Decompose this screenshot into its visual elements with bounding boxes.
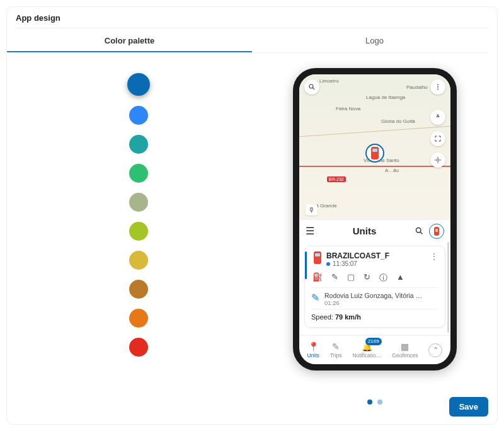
mic-button[interactable]: 🎙 [306, 204, 318, 216]
locate-button[interactable] [430, 152, 445, 168]
map-place-label: Feira Nova [336, 106, 360, 112]
fuel-icon[interactable]: ⛽ [312, 272, 323, 284]
route-icon[interactable]: ✎ [331, 272, 338, 284]
save-button[interactable]: Save [449, 397, 488, 417]
section-title: App design [7, 13, 497, 28]
vehicle-pin[interactable] [365, 144, 384, 163]
svg-point-2 [437, 84, 438, 86]
trip-icon: ✎ [311, 292, 319, 306]
phone-preview-area: BR-232 LimoeiroPaudalhoLagoa de ItaengaF… [261, 68, 488, 387]
color-swatch[interactable] [129, 251, 148, 270]
svg-point-5 [437, 159, 439, 161]
color-swatch[interactable] [129, 135, 148, 154]
cube-icon[interactable]: ▢ [347, 272, 355, 284]
map-place-label: A…ão [385, 168, 399, 173]
svg-point-6 [416, 228, 421, 233]
locate-icon [434, 156, 442, 164]
carousel-pager [367, 399, 382, 405]
fullscreen-icon [434, 135, 442, 142]
color-swatch-list [16, 68, 261, 387]
unit-card[interactable]: BRAZILCOAST_F 11:35:07 ⋮ ⛽ ✎ ▢ ↻ ⓘ ▲ [304, 246, 445, 328]
trip-time: 01:26 [324, 299, 422, 306]
speed-row: Speed: 79 km/h [311, 309, 438, 321]
color-swatch[interactable] [129, 193, 148, 212]
road-badge: BR-232 [327, 176, 346, 182]
status-dot-icon [326, 262, 330, 266]
trip-address: Rodovia Luiz Gonzaga, Vitória … [324, 292, 422, 299]
search-icon [415, 226, 424, 236]
unit-time: 11:35:07 [326, 260, 389, 267]
map-more-button[interactable] [430, 79, 445, 95]
fullscreen-button[interactable] [430, 131, 445, 146]
car-icon [434, 227, 439, 236]
svg-line-1 [312, 88, 314, 89]
color-swatch[interactable] [129, 309, 148, 328]
sheet-title: Units [353, 226, 377, 236]
map-search-button[interactable] [304, 79, 319, 95]
map-place-label: Glória do Goitá [381, 118, 415, 124]
info-icon[interactable]: ⓘ [379, 272, 387, 284]
color-swatch[interactable] [129, 222, 148, 241]
car-icon [371, 147, 379, 159]
map-road-minor [299, 126, 450, 137]
share-icon[interactable]: ↻ [364, 272, 370, 284]
svg-point-0 [309, 84, 313, 88]
color-swatch[interactable] [129, 280, 148, 299]
compass-icon [434, 113, 442, 121]
map-road-major [299, 166, 450, 167]
trips-icon: ✎ [332, 342, 340, 352]
tab-color-palette[interactable]: Color palette [7, 28, 252, 52]
map-place-label: Lagoa de Itaenga [366, 95, 405, 100]
locate-unit-icon[interactable]: ▲ [396, 272, 404, 284]
more-vert-icon [434, 83, 442, 91]
phone-frame: BR-232 LimoeiroPaudalhoLagoa de ItaengaF… [293, 68, 457, 371]
map-view[interactable]: BR-232 LimoeiroPaudalhoLagoa de ItaengaF… [299, 74, 450, 219]
color-swatch[interactable] [129, 164, 148, 183]
pager-dot[interactable] [367, 399, 372, 405]
nav-geofences[interactable]: ▦ Geofences [392, 342, 418, 359]
app-design-card: App design Color palette Logo BR-232 Lim… [6, 6, 498, 425]
compass-button[interactable] [430, 110, 445, 125]
pin-icon: 📍 [308, 342, 319, 352]
svg-point-4 [437, 89, 438, 90]
unit-name: BRAZILCOAST_F [326, 251, 389, 260]
color-swatch[interactable] [127, 73, 150, 96]
notif-badge: 2169 [365, 338, 382, 345]
content: BR-232 LimoeiroPaudalhoLagoa de ItaengaF… [7, 53, 497, 387]
menu-button[interactable]: ☰ [306, 225, 314, 237]
nav-notifications[interactable]: 🔔2169 Notificatio… [352, 342, 381, 359]
unit-avatar-button[interactable] [429, 224, 444, 239]
bottom-sheet-header: ☰ Units [299, 219, 450, 242]
sheet-search-button[interactable] [415, 226, 424, 236]
unit-more-button[interactable]: ⋮ [430, 251, 438, 261]
geofence-icon: ▦ [401, 342, 409, 352]
bottom-nav: 📍 Units ✎ Trips 🔔2169 Notificatio… ▦ Geo… [299, 335, 450, 364]
search-icon [308, 83, 316, 91]
color-swatch[interactable] [129, 106, 148, 125]
tab-underline [7, 51, 252, 52]
tabs: Color palette Logo [7, 28, 497, 52]
pager-dot[interactable] [377, 399, 382, 405]
bell-icon: 🔔2169 [362, 342, 372, 352]
car-icon [314, 251, 321, 264]
svg-point-3 [437, 86, 438, 88]
tab-logo[interactable]: Logo [252, 28, 497, 52]
color-swatch[interactable] [129, 338, 148, 357]
scroll-indicator[interactable] [447, 242, 449, 333]
nav-units[interactable]: 📍 Units [307, 342, 319, 359]
nav-trips[interactable]: ✎ Trips [330, 342, 342, 359]
unit-action-row: ⛽ ✎ ▢ ↻ ⓘ ▲ [311, 267, 438, 287]
svg-line-7 [420, 232, 422, 234]
nav-expand-button[interactable]: ⌃ [428, 343, 442, 357]
